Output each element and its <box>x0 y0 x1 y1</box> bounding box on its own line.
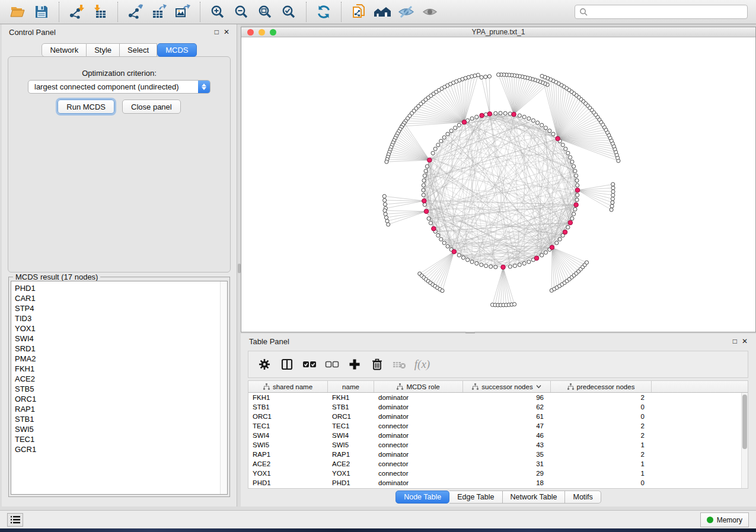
table-cell[interactable]: 0 <box>551 412 652 421</box>
column-header-predecessor-nodes[interactable]: predecessor nodes <box>551 381 652 392</box>
zoom-out-button[interactable] <box>231 3 251 21</box>
table-cell[interactable]: STB1 <box>248 402 328 412</box>
table-cell[interactable]: SWI5 <box>248 440 328 450</box>
save-button[interactable] <box>31 3 52 21</box>
table-cell[interactable]: 2 <box>551 393 652 402</box>
mcds-node-item[interactable]: STB5 <box>15 384 219 394</box>
mcds-node-item[interactable]: SWI5 <box>15 424 219 434</box>
table-cell[interactable]: 2 <box>551 450 652 459</box>
table-row[interactable]: TEC1TEC1connector472 <box>248 421 741 431</box>
table-cell[interactable]: 1 <box>551 469 652 478</box>
close-panel-icon[interactable]: ✕ <box>742 338 748 345</box>
delete-column-button[interactable] <box>367 354 387 374</box>
zoom-in-button[interactable] <box>208 3 228 21</box>
table-cell[interactable]: connector <box>374 440 463 450</box>
mcds-node-item[interactable]: PHD1 <box>15 283 219 293</box>
mcds-node-item[interactable]: PMA2 <box>15 354 219 364</box>
deselect-all-rows-button[interactable] <box>322 354 342 374</box>
table-row[interactable]: YOX1YOX1connector291 <box>248 469 741 478</box>
tab-mcds[interactable]: MCDS <box>157 43 196 57</box>
show-columns-button[interactable] <box>277 354 297 374</box>
refresh-button[interactable] <box>314 3 334 21</box>
table-cell[interactable]: dominator <box>374 412 463 421</box>
table-row[interactable]: STB1STB1dominator620 <box>248 402 741 412</box>
import-table-button[interactable] <box>90 3 110 21</box>
table-row[interactable]: PHD1PHD1dominator180 <box>248 478 741 488</box>
table-cell[interactable]: 43 <box>463 440 551 450</box>
table-cell[interactable]: TEC1 <box>248 421 328 431</box>
add-column-button[interactable] <box>344 354 365 374</box>
select-all-rows-button[interactable] <box>299 354 320 374</box>
tab-select[interactable]: Select <box>120 43 157 57</box>
table-row[interactable]: ACE2ACE2connector311 <box>248 459 741 469</box>
table-cell[interactable]: 2 <box>551 421 652 431</box>
search-box[interactable] <box>575 5 748 19</box>
table-cell[interactable]: 46 <box>463 431 551 440</box>
table-cell[interactable]: FKH1 <box>328 393 374 402</box>
optimization-criterion-select[interactable]: largest connected component (undirected) <box>28 80 210 94</box>
tab-style[interactable]: Style <box>87 43 120 57</box>
table-cell[interactable]: 35 <box>463 450 551 459</box>
table-cell[interactable]: dominator <box>374 393 463 402</box>
mcds-list-scrollbar[interactable] <box>220 281 227 494</box>
table-cell[interactable]: YOX1 <box>248 469 328 478</box>
open-file-button[interactable] <box>8 3 28 21</box>
scrollbar-thumb[interactable] <box>742 395 747 449</box>
mcds-node-item[interactable]: CAR1 <box>15 293 219 303</box>
mcds-node-item[interactable]: STP4 <box>15 303 219 313</box>
export-network-button[interactable] <box>125 3 145 21</box>
table-cell[interactable]: 47 <box>463 421 551 431</box>
table-cell[interactable]: ORC1 <box>248 412 328 421</box>
table-cell[interactable]: connector <box>374 421 463 431</box>
mcds-node-item[interactable]: TEC1 <box>15 434 219 444</box>
table-cell[interactable]: dominator <box>374 402 463 412</box>
zoom-selected-button[interactable] <box>279 3 299 21</box>
mcds-node-item[interactable]: STB1 <box>15 414 219 424</box>
table-cell[interactable]: 0 <box>551 478 652 488</box>
tab-node-table[interactable]: Node Table <box>395 491 449 504</box>
table-cell[interactable]: FKH1 <box>248 393 328 402</box>
table-row[interactable]: RAP1RAP1dominator352 <box>248 450 741 459</box>
hide-selected-button[interactable] <box>396 3 416 21</box>
table-cell[interactable]: SWI5 <box>328 440 374 450</box>
table-cell[interactable]: dominator <box>374 450 463 459</box>
table-cell[interactable]: 61 <box>463 412 551 421</box>
table-cell[interactable]: 29 <box>463 469 551 478</box>
mcds-node-item[interactable]: GCR1 <box>15 444 219 454</box>
mcds-result-list[interactable]: PHD1CAR1STP4TID3YOX1SWI4SRD1PMA2FKH1ACE2… <box>11 281 228 495</box>
table-cell[interactable]: PHD1 <box>248 478 328 488</box>
table-settings-button[interactable] <box>254 354 275 374</box>
table-cell[interactable]: 1 <box>551 459 652 469</box>
table-cell[interactable]: SWI4 <box>328 431 374 440</box>
table-cell[interactable]: YOX1 <box>328 469 374 478</box>
import-network-button[interactable] <box>66 3 87 21</box>
column-header-shared-name[interactable]: shared name <box>248 381 328 392</box>
tab-motifs[interactable]: Motifs <box>565 491 601 504</box>
table-cell[interactable]: TEC1 <box>328 421 374 431</box>
table-cell[interactable]: 0 <box>551 402 652 412</box>
tab-edge-table[interactable]: Edge Table <box>449 491 502 504</box>
close-panel-icon[interactable]: ✕ <box>224 28 229 36</box>
network-canvas[interactable] <box>241 37 755 332</box>
table-cell[interactable]: dominator <box>374 478 463 488</box>
splitter-handle[interactable] <box>238 264 241 273</box>
float-panel-icon[interactable]: □ <box>215 28 219 36</box>
table-cell[interactable]: 2 <box>551 431 652 440</box>
mcds-node-item[interactable]: RAP1 <box>15 404 219 414</box>
mcds-node-item[interactable]: SRD1 <box>15 344 219 354</box>
mcds-node-item[interactable]: ACE2 <box>15 374 219 384</box>
column-header-successor-nodes[interactable]: successor nodes <box>463 381 551 392</box>
table-cell[interactable]: 96 <box>463 393 551 402</box>
table-vertical-scrollbar[interactable] <box>741 393 748 488</box>
task-history-button[interactable] <box>7 513 23 527</box>
table-cell[interactable]: 62 <box>463 402 551 412</box>
table-cell[interactable]: RAP1 <box>248 450 328 459</box>
export-image-button[interactable] <box>173 3 193 21</box>
close-panel-button[interactable]: Close panel <box>122 100 181 114</box>
table-cell[interactable]: ORC1 <box>328 412 374 421</box>
table-cell[interactable]: STB1 <box>328 402 374 412</box>
column-header-name[interactable]: name <box>328 381 374 392</box>
table-row[interactable]: ORC1ORC1dominator610 <box>248 412 741 421</box>
table-row[interactable]: SWI4SWI4dominator462 <box>248 431 741 440</box>
table-cell[interactable]: RAP1 <box>328 450 374 459</box>
